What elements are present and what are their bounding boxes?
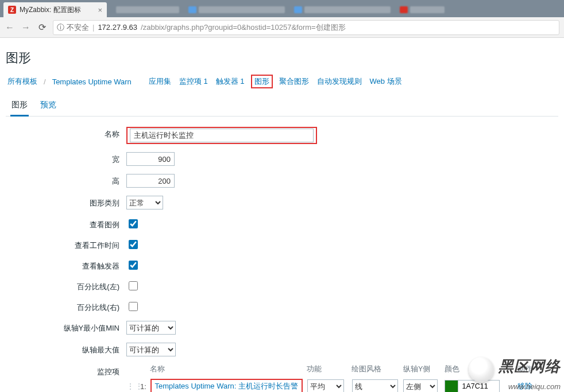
show-triggers-checkbox[interactable] (129, 261, 138, 270)
browser-toolbar: ← → ⟳ ⓘ 不安全 | 172.27.9.63/zabbix/graphs.… (0, 17, 564, 38)
url-path: /zabbix/graphs.php?groupid=0&hostid=1025… (141, 22, 346, 33)
browser-tab-ghost-2[interactable] (188, 2, 285, 17)
pct-left-checkbox[interactable] (129, 281, 138, 290)
browser-tab-ghost-3[interactable] (294, 2, 391, 17)
func-select[interactable]: 平均 (307, 379, 344, 392)
bc-graphs[interactable]: 图形 (251, 75, 273, 88)
browser-tab-active[interactable]: Z MyZabbix: 配置图标 × (3, 2, 107, 17)
label-width: 宽 (6, 152, 126, 165)
forward-icon: → (21, 22, 31, 33)
bc-items[interactable]: 监控项 1 (177, 75, 210, 88)
th-func: 功能 (307, 364, 351, 374)
y-min-select[interactable]: 可计算的 (126, 321, 176, 335)
address-bar[interactable]: ⓘ 不安全 | 172.27.9.63/zabbix/graphs.php?gr… (53, 20, 559, 35)
th-axis: 纵轴Y侧 (403, 364, 445, 374)
color-hex-field[interactable] (458, 380, 500, 392)
color-swatch[interactable] (445, 380, 458, 392)
axis-select[interactable]: 左侧 (403, 379, 438, 392)
bc-all-templates[interactable]: 所有模板 (6, 75, 39, 88)
name-field[interactable] (130, 129, 314, 142)
label-items: 监控项 (6, 364, 126, 377)
remove-link[interactable]: 移除 (517, 382, 532, 390)
pct-right-checkbox[interactable] (129, 302, 138, 311)
reload-icon[interactable]: ⟳ (37, 22, 47, 33)
label-pct-right: 百分比线(右) (6, 300, 126, 313)
browser-tab-ghost-4[interactable] (400, 2, 445, 17)
insecure-badge[interactable]: ⓘ 不安全 (57, 22, 89, 33)
label-show-triggers: 查看触发器 (6, 259, 126, 271)
th-style: 绘图风格 (351, 364, 403, 374)
th-action: 动作 (517, 364, 546, 374)
row-index: 1: (140, 382, 150, 391)
height-field[interactable] (126, 174, 175, 188)
bc-discovery[interactable]: 自动发现规则 (315, 75, 364, 88)
items-table: 名称 功能 绘图风格 纵轴Y侧 颜色 动作 ⋮⋮ 1: Templates Up… (126, 364, 546, 392)
form-tabs: 图形 预览 (6, 96, 558, 117)
th-color: 颜色 (445, 364, 517, 374)
browser-tabstrip: Z MyZabbix: 配置图标 × (0, 0, 564, 17)
th-name: 名称 (150, 364, 307, 374)
y-max-select[interactable]: 可计算的 (126, 343, 176, 356)
tab-graph[interactable]: 图形 (10, 96, 29, 117)
show-work-checkbox[interactable] (129, 240, 138, 249)
bc-triggers[interactable]: 触发器 1 (214, 75, 246, 88)
label-y-max: 纵轴最大值 (6, 343, 126, 355)
bc-applications[interactable]: 应用集 (147, 75, 173, 88)
breadcrumb: 所有模板 / Templates Uptime Warn 应用集 监控项 1 触… (6, 75, 558, 88)
width-field[interactable] (126, 152, 175, 166)
show-legend-checkbox[interactable] (129, 219, 138, 228)
drawstyle-select[interactable]: 线 (352, 379, 398, 392)
back-icon[interactable]: ← (5, 22, 15, 33)
label-y-min: 纵轴Y最小值MIN (6, 321, 126, 333)
close-icon[interactable]: × (98, 6, 102, 14)
label-pct-left: 百分比线(左) (6, 280, 126, 292)
tab-title: MyZabbix: 配置图标 (20, 5, 81, 15)
label-height: 高 (6, 174, 126, 187)
zabbix-favicon: Z (8, 6, 16, 14)
browser-tab-ghost-1[interactable] (116, 2, 179, 17)
item-name-link[interactable]: Templates Uptime Warn: 主机运行时长告警 (150, 379, 303, 392)
table-row: ⋮⋮ 1: Templates Uptime Warn: 主机运行时长告警 平均… (126, 378, 546, 392)
bc-aggregate[interactable]: 聚合图形 (277, 75, 311, 88)
url-host: 172.27.9.63 (98, 23, 137, 32)
bc-template-name[interactable]: Templates Uptime Warn (51, 76, 133, 87)
label-name: 名称 (6, 127, 126, 139)
graph-type-select[interactable]: 正常 (126, 196, 163, 209)
label-show-work: 查看工作时间 (6, 238, 126, 251)
label-graph-type: 图形类别 (6, 196, 126, 208)
label-show-legend: 查看图例 (6, 218, 126, 230)
tab-preview[interactable]: 预览 (39, 96, 57, 116)
page-title: 图形 (6, 49, 558, 67)
bc-web[interactable]: Web 场景 (368, 75, 404, 88)
